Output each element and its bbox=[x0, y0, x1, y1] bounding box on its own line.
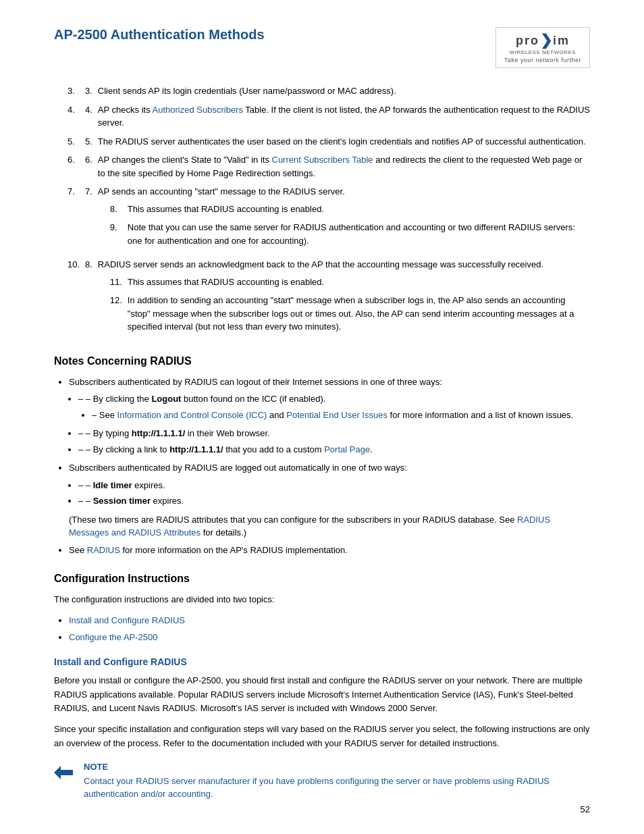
url-bold-1: http://1.1.1.1/ bbox=[132, 428, 185, 438]
logo-arrow: ❯ bbox=[540, 32, 552, 49]
install-para-2: Since your specific installation and con… bbox=[54, 723, 590, 751]
notes-item-1: Subscribers authenticated by RADIUS can … bbox=[69, 375, 590, 457]
page-title: AP-2500 Authentication Methods bbox=[54, 27, 265, 43]
icc-link[interactable]: Information and Control Console (ICC) bbox=[117, 410, 267, 420]
notes-logout-3: – By clicking a link to http://1.1.1.1/ … bbox=[78, 443, 590, 457]
note-text: Contact your RADIUS server manufacturer … bbox=[84, 775, 590, 801]
note-box: NOTE Contact your RADIUS server manufact… bbox=[54, 762, 590, 801]
notes-item-3: See RADIUS for more information on the A… bbox=[69, 544, 590, 557]
list-item-6: 6. AP changes the client's State to "Val… bbox=[68, 153, 590, 180]
page-number: 52 bbox=[581, 804, 590, 814]
portal-page-link[interactable]: Portal Page bbox=[324, 444, 370, 454]
configure-ap-link[interactable]: Configure the AP-2500 bbox=[69, 632, 158, 642]
config-link-2-item: Configure the AP-2500 bbox=[69, 631, 590, 644]
list-8-sub-2: In addition to sending an accounting "st… bbox=[110, 294, 590, 334]
list-item-5: 5. The RADIUS server authenticates the u… bbox=[68, 135, 590, 149]
list-number-8: 8. bbox=[85, 258, 92, 339]
notes-logout-2: – By typing http://1.1.1.1/ in their Web… bbox=[78, 427, 590, 440]
note-label: NOTE bbox=[84, 762, 590, 772]
idle-timer-bold: Idle timer bbox=[93, 480, 132, 490]
notes-item-2: Subscribers authenticated by RADIUS are … bbox=[69, 461, 590, 540]
radius-attributes-note: (These two timers are RADIUS attributes … bbox=[69, 513, 590, 540]
numbered-list: 3. Client sends AP its login credentials… bbox=[68, 84, 590, 339]
notes-idle-timer: – Idle timer expires. bbox=[78, 479, 590, 492]
list-item-7: 7. AP sends an accounting "start" messag… bbox=[68, 185, 590, 253]
list-number-5: 5. bbox=[85, 135, 92, 149]
list-item-4: 4. AP checks its Authorized Subscribers … bbox=[68, 103, 590, 130]
list-8-sub-1: This assumes that RADIUS accounting is e… bbox=[110, 276, 590, 289]
list-text-4: AP checks its Authorized Subscribers Tab… bbox=[98, 103, 590, 130]
url-bold-2: http://1.1.1.1/ bbox=[169, 444, 223, 454]
page-header: AP-2500 Authentication Methods pro ❯ im … bbox=[54, 27, 590, 68]
logo-text-right: im bbox=[553, 34, 570, 48]
list-number-6: 6. bbox=[85, 153, 92, 180]
logo-wireless: WIRELESS NETWORKS bbox=[504, 49, 581, 55]
logo-area: pro ❯ im WIRELESS NETWORKS Take your net… bbox=[495, 27, 590, 68]
notes-session-timer: – Session timer expires. bbox=[78, 494, 590, 508]
list-text-5: The RADIUS server authenticates the user… bbox=[98, 135, 586, 149]
list-number-4: 4. bbox=[85, 103, 92, 130]
list-text-6: AP changes the client's State to "Valid"… bbox=[98, 153, 590, 180]
logo-text-left: pro bbox=[516, 34, 539, 48]
notes-radius-heading: Notes Concerning RADIUS bbox=[54, 355, 590, 367]
list-text-7: AP sends an accounting "start" message t… bbox=[98, 185, 590, 253]
list-number-3: 3. bbox=[85, 84, 92, 98]
list-7-sub-1: This assumes that RADIUS accounting is e… bbox=[110, 203, 590, 216]
install-para-1: Before you install or configure the AP-2… bbox=[54, 674, 590, 716]
list-number-7: 7. bbox=[85, 185, 92, 253]
session-timer-bold: Session timer bbox=[93, 496, 151, 506]
logo-tagline: Take your network further bbox=[504, 57, 581, 63]
logout-bold: Logout bbox=[151, 394, 181, 404]
notes-logout-1-sub: See Information and Control Console (ICC… bbox=[92, 409, 590, 422]
page: AP-2500 Authentication Methods pro ❯ im … bbox=[0, 0, 644, 834]
notes-logout-1: – By clicking the Logout button found on… bbox=[78, 392, 590, 421]
authorized-subscribers-link[interactable]: Authorized Subscribers bbox=[153, 105, 243, 115]
notes-radius-list: Subscribers authenticated by RADIUS can … bbox=[69, 375, 590, 557]
note-icon bbox=[54, 763, 76, 782]
note-content: NOTE Contact your RADIUS server manufact… bbox=[84, 762, 590, 801]
list-text-3: Client sends AP its login credentials (U… bbox=[98, 84, 396, 98]
install-configure-link[interactable]: Install and Configure RADIUS bbox=[69, 615, 185, 625]
current-subscribers-link[interactable]: Current Subscribers Table bbox=[272, 155, 373, 165]
install-configure-heading: Install and Configure RADIUS bbox=[54, 656, 590, 667]
radius-messages-link[interactable]: RADIUS Messages and RADIUS Attributes bbox=[69, 515, 550, 538]
config-links-list: Install and Configure RADIUS Configure t… bbox=[69, 614, 590, 644]
list-text-8: RADIUS server sends an acknowledgment ba… bbox=[98, 258, 590, 339]
list-item-3: 3. Client sends AP its login credentials… bbox=[68, 84, 590, 98]
svg-marker-0 bbox=[54, 766, 73, 779]
radius-link[interactable]: RADIUS bbox=[87, 545, 120, 555]
config-intro: The configuration instructions are divid… bbox=[54, 593, 590, 607]
config-link-1-item: Install and Configure RADIUS bbox=[69, 614, 590, 627]
end-user-issues-link[interactable]: Potential End User Issues bbox=[286, 410, 387, 420]
config-instructions-heading: Configuration Instructions bbox=[54, 573, 590, 585]
list-item-8: 8. RADIUS server sends an acknowledgment… bbox=[68, 258, 590, 339]
note-svg-icon bbox=[54, 763, 76, 782]
list-7-sub-2: Note that you can use the same server fo… bbox=[110, 221, 590, 247]
